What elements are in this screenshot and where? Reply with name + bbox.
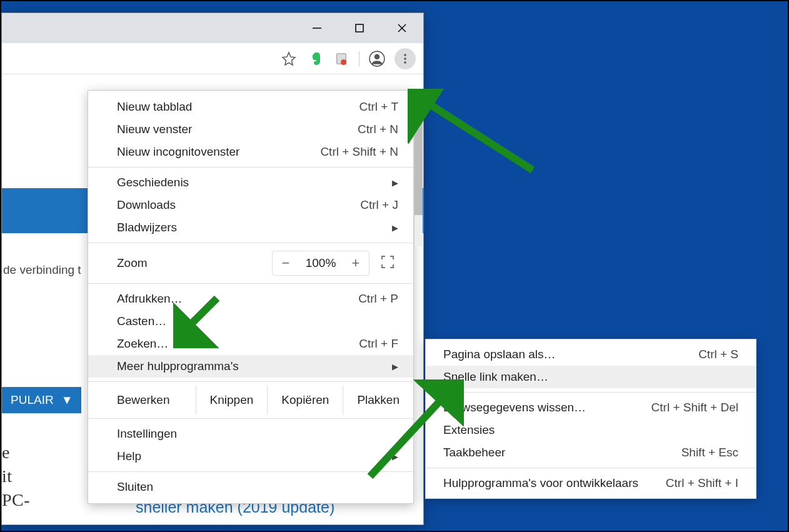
menu-settings[interactable]: Instellingen bbox=[88, 423, 413, 445]
maximize-button[interactable] bbox=[338, 13, 381, 43]
todoist-extension-icon[interactable] bbox=[333, 50, 350, 68]
menu-label: Extensies bbox=[443, 423, 738, 437]
scrollbar-track[interactable] bbox=[414, 90, 423, 246]
edit-label: Bewerken bbox=[117, 393, 196, 407]
more-tools-submenu: Pagina opslaan als… Ctrl + S Snelle link… bbox=[425, 339, 756, 499]
menu-separator bbox=[88, 167, 413, 168]
submenu-arrow-icon: ▶ bbox=[392, 223, 398, 233]
zoom-controls: − 100% + bbox=[272, 251, 369, 276]
menu-label: Pagina opslaan als… bbox=[443, 348, 698, 361]
article-line-3: PC- bbox=[2, 488, 30, 512]
profile-avatar-icon[interactable] bbox=[368, 50, 386, 68]
menu-label: Browsegegevens wissen… bbox=[443, 401, 651, 414]
svg-rect-1 bbox=[356, 24, 363, 32]
svg-point-9 bbox=[404, 58, 406, 60]
menu-label: Zoeken… bbox=[117, 337, 359, 351]
submenu-arrow-icon: ▶ bbox=[392, 362, 398, 371]
menu-label: Help bbox=[117, 449, 392, 463]
menu-label: Nieuw tabblad bbox=[117, 100, 359, 114]
menu-history[interactable]: Geschiedenis ▶ bbox=[88, 171, 413, 194]
menu-shortcut: Ctrl + S bbox=[698, 348, 738, 361]
zoom-out-button[interactable]: − bbox=[273, 255, 299, 271]
article-line-2: it bbox=[2, 464, 30, 488]
close-button[interactable] bbox=[381, 13, 423, 43]
menu-help[interactable]: Help ▶ bbox=[88, 445, 413, 468]
menu-separator bbox=[88, 283, 413, 284]
svg-point-5 bbox=[341, 59, 346, 64]
article-text-fragment: e it PC- bbox=[2, 441, 30, 511]
connection-text: de verbinding t bbox=[3, 263, 81, 277]
menu-label: Nieuw venster bbox=[117, 123, 358, 136]
submenu-arrow-icon: ▶ bbox=[392, 452, 398, 461]
bookmark-star-icon[interactable] bbox=[280, 50, 298, 68]
menu-separator bbox=[426, 392, 756, 393]
menu-find[interactable]: Zoeken… Ctrl + F bbox=[88, 333, 413, 355]
submenu-dev-tools[interactable]: Hulpprogramma's voor ontwikkelaars Ctrl … bbox=[426, 472, 756, 494]
submenu-extensions[interactable]: Extensies bbox=[426, 419, 756, 441]
chrome-main-menu: Nieuw tabblad Ctrl + T Nieuw venster Ctr… bbox=[88, 90, 414, 504]
menu-shortcut: Ctrl + T bbox=[359, 100, 398, 114]
evernote-extension-icon[interactable] bbox=[306, 50, 324, 68]
menu-print[interactable]: Afdrukken… Ctrl + P bbox=[88, 288, 413, 310]
menu-shortcut: Ctrl + Shift + N bbox=[320, 145, 398, 159]
more-menu-button[interactable] bbox=[394, 48, 416, 69]
menu-shortcut: Ctrl + Shift + I bbox=[666, 476, 738, 490]
menu-label: Sluiten bbox=[117, 480, 398, 494]
submenu-create-shortcut[interactable]: Snelle link maken… bbox=[426, 366, 756, 388]
menu-bookmarks[interactable]: Bladwijzers ▶ bbox=[88, 216, 413, 239]
menu-cast[interactable]: Casten… bbox=[88, 310, 413, 333]
copy-button[interactable]: Kopiëren bbox=[267, 386, 343, 414]
menu-separator bbox=[88, 381, 413, 382]
menu-shortcut: Ctrl + N bbox=[358, 123, 398, 136]
menu-more-tools[interactable]: Meer hulpprogramma's ▶ bbox=[88, 355, 413, 378]
submenu-save-page[interactable]: Pagina opslaan als… Ctrl + S bbox=[426, 343, 756, 366]
zoom-in-button[interactable]: + bbox=[343, 255, 369, 271]
submenu-task-manager[interactable]: Taakbeheer Shift + Esc bbox=[426, 441, 756, 464]
menu-shortcut: Ctrl + F bbox=[359, 337, 398, 351]
menu-edit-row: Bewerken Knippen Kopiëren Plakken bbox=[88, 386, 413, 414]
menu-label: Hulpprogramma's voor ontwikkelaars bbox=[443, 476, 666, 490]
svg-line-11 bbox=[420, 98, 533, 170]
menu-zoom: Zoom − 100% + bbox=[88, 247, 413, 279]
annotation-arrow-1 bbox=[408, 89, 545, 189]
menu-separator bbox=[426, 468, 756, 468]
article-link-2[interactable]: ■Microsoft edge verwijderen uit bbox=[121, 523, 366, 524]
submenu-arrow-icon: ▶ bbox=[392, 178, 398, 188]
menu-label: Instellingen bbox=[117, 427, 398, 441]
article-line-1: e bbox=[2, 441, 30, 464]
menu-shortcut: Ctrl + P bbox=[358, 292, 398, 306]
chevron-down-icon: ▼ bbox=[61, 393, 73, 407]
menu-label: Taakbeheer bbox=[443, 446, 681, 459]
toolbar-divider bbox=[359, 51, 359, 66]
zoom-value: 100% bbox=[299, 256, 343, 270]
fullscreen-button[interactable] bbox=[381, 255, 398, 272]
popular-button[interactable]: PULAIR ▼ bbox=[2, 387, 81, 413]
svg-point-7 bbox=[374, 54, 380, 59]
menu-label: Bladwijzers bbox=[117, 221, 392, 234]
zoom-label: Zoom bbox=[117, 256, 272, 270]
minimize-button[interactable] bbox=[296, 13, 338, 43]
menu-separator bbox=[88, 471, 413, 472]
popular-label: PULAIR bbox=[11, 393, 54, 407]
menu-incognito[interactable]: Nieuw incognitovenster Ctrl + Shift + N bbox=[88, 141, 413, 163]
paste-button[interactable]: Plakken bbox=[343, 386, 413, 414]
menu-label: Meer hulpprogramma's bbox=[117, 359, 392, 373]
menu-label: Downloads bbox=[117, 198, 360, 212]
cut-button[interactable]: Knippen bbox=[196, 386, 268, 414]
submenu-clear-data[interactable]: Browsegegevens wissen… Ctrl + Shift + De… bbox=[426, 396, 756, 419]
menu-separator bbox=[88, 243, 413, 243]
scrollbar-thumb[interactable] bbox=[415, 90, 423, 215]
svg-point-10 bbox=[404, 61, 406, 64]
menu-label: Casten… bbox=[117, 314, 398, 328]
menu-shortcut: Shift + Esc bbox=[681, 446, 738, 459]
menu-close[interactable]: Sluiten bbox=[88, 476, 413, 498]
menu-shortcut: Ctrl + Shift + Del bbox=[651, 401, 738, 414]
menu-new-tab[interactable]: Nieuw tabblad Ctrl + T bbox=[88, 96, 413, 118]
menu-label: Geschiedenis bbox=[117, 176, 392, 189]
titlebar bbox=[2, 13, 423, 43]
menu-new-window[interactable]: Nieuw venster Ctrl + N bbox=[88, 118, 413, 141]
menu-separator bbox=[88, 418, 413, 419]
menu-downloads[interactable]: Downloads Ctrl + J bbox=[88, 194, 413, 216]
menu-shortcut: Ctrl + J bbox=[360, 198, 398, 212]
toolbar bbox=[2, 43, 423, 74]
